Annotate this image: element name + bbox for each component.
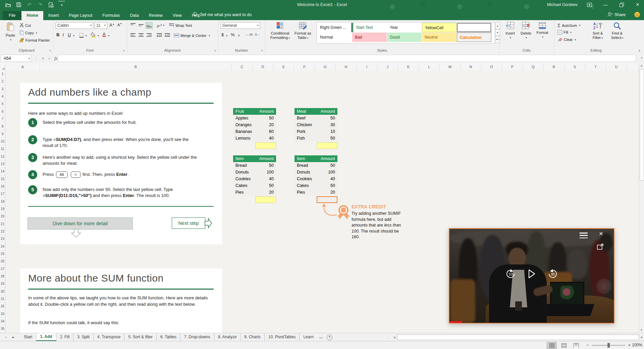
- amount-cell[interactable]: 20: [317, 189, 337, 196]
- underline-dropdown-arrow[interactable]: ▾: [73, 34, 74, 37]
- ribbon-display-options-icon[interactable]: [585, 0, 594, 9]
- sheet-tab[interactable]: 10. PivotTables: [265, 333, 300, 341]
- number-dialog-launcher[interactable]: ↘: [260, 48, 264, 52]
- column-header[interactable]: S: [565, 63, 585, 70]
- clipboard-dialog-launcher[interactable]: ↘: [48, 48, 52, 52]
- cell-style-option[interactable]: Calculation: [457, 33, 491, 42]
- sheet-nav-left-icon[interactable]: ◂: [5, 335, 6, 339]
- vertical-scrollbar[interactable]: ▲ ▼: [639, 63, 644, 333]
- copy-button[interactable]: Copy▾: [19, 30, 37, 36]
- formula-input[interactable]: [58, 55, 636, 62]
- confirm-entry-icon[interactable]: ✓: [48, 56, 51, 61]
- ribbon-tab[interactable]: File: [3, 11, 21, 20]
- sum-target-cell-yellow[interactable]: [255, 142, 276, 149]
- paste-button[interactable]: Paste ▾: [3, 22, 17, 42]
- fill-color-dropdown-arrow[interactable]: ▾: [98, 34, 99, 37]
- autosum-button[interactable]: Σ AutoSum▾: [557, 22, 581, 28]
- item-cell[interactable]: Fish: [294, 135, 317, 142]
- column-header[interactable]: I: [357, 63, 377, 70]
- feedback-smiley-icon[interactable]: [634, 12, 640, 19]
- row-header[interactable]: 12: [0, 153, 5, 160]
- item-cell[interactable]: Donuts: [294, 169, 317, 176]
- row-header[interactable]: 18: [0, 198, 5, 205]
- amount-cell[interactable]: 40: [255, 135, 276, 142]
- bold-button[interactable]: B: [56, 32, 59, 37]
- row-header[interactable]: 26: [0, 258, 5, 265]
- row-header[interactable]: 8: [0, 123, 5, 130]
- increase-indent-button[interactable]: [164, 32, 171, 39]
- horizontal-scroll-thumb[interactable]: [397, 335, 639, 340]
- table-header-cell[interactable]: Meat: [294, 108, 317, 115]
- select-all-corner[interactable]: [0, 63, 6, 70]
- row-header[interactable]: 32: [0, 303, 5, 310]
- format-as-table-button[interactable]: Format as Table▾: [292, 21, 313, 40]
- item-cell[interactable]: Cakes: [233, 182, 255, 189]
- amount-cell[interactable]: 50: [317, 162, 337, 169]
- row-header[interactable]: 3: [0, 86, 5, 93]
- delete-cells-button[interactable]: Delete ▾: [519, 22, 533, 40]
- video-menu-icon[interactable]: [580, 233, 588, 238]
- format-painter-button[interactable]: Format Painter: [19, 38, 50, 43]
- amount-cell[interactable]: 50: [317, 135, 337, 142]
- fill-button[interactable]: ↓ Fill▾: [557, 30, 572, 35]
- sheet-tab[interactable]: 6. Tables: [157, 333, 180, 341]
- amount-cell[interactable]: 30: [317, 121, 337, 128]
- align-left-button[interactable]: [129, 32, 137, 39]
- amount-cell[interactable]: 40: [255, 176, 276, 182]
- sheet-tab[interactable]: Learn: [300, 333, 317, 341]
- font-family-select[interactable]: Calibri▾: [56, 22, 93, 29]
- row-header[interactable]: 24: [0, 243, 5, 250]
- sort-filter-button[interactable]: AZ Sort & Filter▾: [589, 22, 606, 40]
- hscroll-right-icon[interactable]: ▸: [640, 335, 644, 339]
- row-header[interactable]: 17: [0, 190, 5, 198]
- borders-dropdown-arrow[interactable]: ▾: [86, 34, 87, 37]
- decrease-decimal-button[interactable]: .0→: [254, 33, 260, 36]
- row-header[interactable]: 11: [0, 145, 5, 153]
- row-header[interactable]: 9: [0, 131, 5, 138]
- ribbon-tab[interactable]: Page Layout: [64, 11, 97, 20]
- dive-down-button[interactable]: Dive down for more detail: [28, 217, 133, 230]
- account-user-name[interactable]: Michael Gordeev: [547, 2, 578, 7]
- column-header[interactable]: G: [315, 63, 336, 70]
- row-header[interactable]: 7: [0, 115, 5, 123]
- font-dialog-launcher[interactable]: ↘: [122, 48, 126, 52]
- item-cell[interactable]: Apples: [233, 115, 255, 121]
- sum-target-cell-yellow[interactable]: [317, 142, 337, 149]
- name-box[interactable]: A54▾: [1, 55, 32, 62]
- item-cell[interactable]: Pies: [294, 189, 317, 196]
- column-header[interactable]: E: [273, 63, 294, 70]
- sheet-tab[interactable]: 3. Split: [73, 333, 94, 341]
- row-header[interactable]: 13: [0, 160, 5, 168]
- amount-cell[interactable]: 50: [317, 182, 337, 189]
- row-header[interactable]: 1: [0, 70, 5, 78]
- item-cell[interactable]: Cakes: [294, 182, 317, 189]
- minimize-button[interactable]: —: [601, 0, 610, 9]
- table-header-cell[interactable]: Item: [294, 155, 317, 162]
- row-header[interactable]: 5: [0, 100, 5, 108]
- font-color-button[interactable]: A: [103, 32, 106, 37]
- item-cell[interactable]: Bread: [294, 162, 317, 169]
- amount-cell[interactable]: 10: [317, 128, 337, 135]
- currency-dropdown-arrow[interactable]: ▾: [226, 34, 227, 37]
- italic-button[interactable]: I: [62, 32, 64, 38]
- restore-button[interactable]: [617, 0, 626, 9]
- merge-center-button[interactable]: Merge & Center▾: [174, 33, 210, 38]
- row-header[interactable]: 33: [0, 310, 5, 318]
- share-button[interactable]: Share: [607, 9, 626, 20]
- sheet-tab[interactable]: 7. Drop-downs: [180, 333, 214, 341]
- page-layout-view-button[interactable]: [559, 342, 569, 349]
- table-header-cell[interactable]: Amount: [317, 108, 337, 115]
- scroll-down-icon[interactable]: ▼: [639, 328, 644, 333]
- alignment-dialog-launcher[interactable]: ↘: [213, 48, 217, 52]
- format-cells-button[interactable]: Format ▾: [535, 22, 550, 39]
- row-header[interactable]: 30: [0, 288, 5, 295]
- amount-cell[interactable]: 50: [255, 115, 276, 121]
- font-color-dropdown-arrow[interactable]: ▾: [108, 34, 109, 37]
- borders-button[interactable]: [79, 33, 84, 39]
- table-header-cell[interactable]: Item: [233, 155, 255, 162]
- cell-style-option[interactable]: Bad: [352, 33, 387, 42]
- column-header[interactable]: K: [398, 63, 419, 70]
- hscroll-left-icon[interactable]: ◂: [392, 335, 396, 339]
- table-header-cell[interactable]: Fruit: [233, 108, 255, 115]
- row-header[interactable]: 15: [0, 176, 5, 183]
